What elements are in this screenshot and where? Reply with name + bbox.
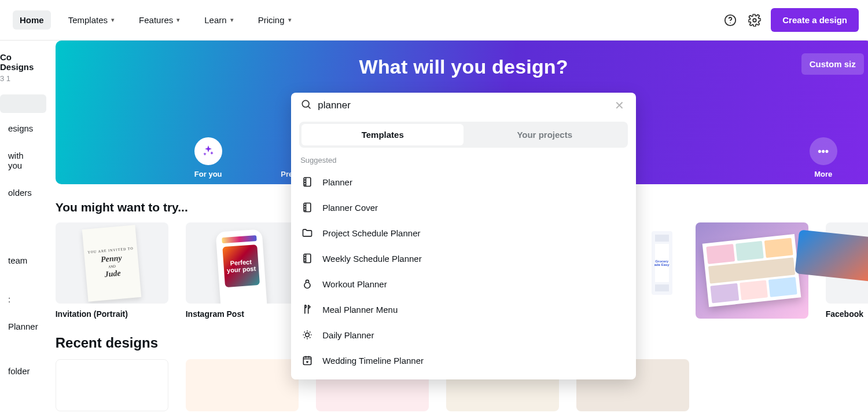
svg-point-3 [303, 100, 310, 107]
suggestion-planner[interactable]: Planner [300, 169, 627, 195]
suggestion-wedding-timeline[interactable]: Wedding Timeline Planner [300, 348, 627, 373]
suggestion-weekly-schedule[interactable]: Weekly Schedule Planner [300, 246, 627, 271]
suggestion-label: Weekly Schedule Planner [322, 254, 422, 264]
suggestion-project-schedule[interactable]: Project Schedule Planner [300, 220, 627, 246]
create-design-button[interactable]: Create a design [771, 8, 859, 32]
hero-title: What will you design? [359, 56, 568, 78]
template-card-infographic[interactable]: Grocery ade Easy [646, 222, 678, 319]
thumb-text: Perfect your post [223, 258, 259, 274]
search-input[interactable] [318, 100, 606, 111]
chevron-down-icon: ▾ [230, 16, 234, 24]
category-for-you[interactable]: For you [194, 137, 222, 178]
template-thumb: Grocery ade Easy [646, 222, 678, 304]
tab-your-projects[interactable]: Your projects [464, 124, 626, 145]
nav-learn-label: Learn [204, 15, 226, 25]
suggested-heading: Suggested [300, 156, 627, 165]
sidebar-item-kit[interactable]: : [0, 287, 46, 311]
thumb-text: Jude [104, 268, 121, 279]
suggestion-label: Planner Cover [322, 203, 378, 213]
suggestion-label: Workout Planner [322, 279, 387, 289]
suggestion-personal-planner[interactable]: Personal Planner [300, 373, 627, 379]
sidebar-item-planner[interactable]: Planner [0, 315, 46, 338]
team-subtext: 3 1 [0, 74, 46, 83]
chevron-down-icon: ▾ [288, 16, 292, 24]
chevron-down-icon: ▾ [176, 16, 180, 24]
calendar-heart-icon [300, 353, 314, 367]
sidebar-item-active[interactable] [0, 94, 46, 113]
suggestion-label: Meal Planner Menu [322, 305, 398, 315]
search-row: ✕ [291, 93, 636, 118]
recent-design-card[interactable] [56, 359, 168, 411]
sun-icon [300, 328, 314, 342]
kettlebell-icon [300, 277, 314, 291]
sidebar-item-folders[interactable]: olders [0, 181, 46, 204]
custom-size-button[interactable]: Custom siz [801, 53, 864, 75]
content-area: What will you design? Custom siz For you… [46, 41, 868, 411]
team-block[interactable]: Co Designs 3 1 [0, 52, 46, 83]
top-navbar: Home Templates ▾ Features ▾ Learn ▾ Pric… [0, 0, 868, 41]
team-name: Co Designs [0, 52, 46, 72]
nav-templates[interactable]: Templates ▾ [61, 10, 122, 30]
suggestion-workout[interactable]: Workout Planner [300, 271, 627, 297]
clear-search-button[interactable]: ✕ [612, 98, 627, 112]
thumb-text: YOU ARE INVITED TO [87, 246, 134, 254]
tab-templates[interactable]: Templates [301, 124, 464, 145]
sidebar-item-team[interactable]: team [0, 249, 46, 272]
nav-left-group: Home Templates ▾ Features ▾ Learn ▾ Pric… [13, 10, 299, 30]
suggestion-planner-cover[interactable]: Planner Cover [300, 195, 627, 220]
planner-icon [300, 175, 314, 189]
chevron-down-icon: ▾ [111, 16, 115, 24]
nav-pricing[interactable]: Pricing ▾ [251, 10, 299, 30]
more-icon: ••• [810, 137, 837, 165]
hero-banner: What will you design? Custom siz For you… [56, 41, 868, 184]
nav-right-group: Create a design [722, 8, 859, 32]
svg-point-7 [304, 283, 310, 288]
svg-point-1 [730, 22, 731, 23]
utensils-icon [300, 302, 314, 316]
nav-features[interactable]: Features ▾ [132, 10, 187, 30]
thumb-text: AND [108, 264, 116, 268]
sidebar-item-designs[interactable]: esigns [0, 116, 46, 140]
template-card-pinterest[interactable]: Pinterest Pin (1000 × 1500) [696, 222, 808, 319]
sidebar-item-shared[interactable]: with you [0, 144, 46, 177]
template-thumb: Perfect your post [186, 222, 299, 304]
template-thumb [696, 222, 808, 319]
thumb-text: Grocery ade Easy [655, 244, 669, 282]
search-dropdown: ✕ Templates Your projects Suggested Plan… [291, 93, 636, 379]
template-card-label: Facebook [826, 309, 868, 319]
person-icon [300, 379, 314, 379]
thumb-text: Penny [101, 253, 123, 264]
category-more[interactable]: ••• More [810, 137, 837, 178]
suggestion-label: Daily Planner [322, 330, 374, 340]
suggestion-label: Project Schedule Planner [322, 228, 420, 238]
planner-icon [300, 251, 314, 265]
svg-rect-9 [304, 357, 311, 364]
recent-design-card[interactable] [186, 359, 299, 411]
template-card-instagram[interactable]: Perfect your post Instagram Post [186, 222, 299, 319]
suggestion-label: Planner [322, 177, 352, 187]
template-thumb: YOU ARE INVITED TO Penny AND Jude [56, 222, 168, 304]
nav-pricing-label: Pricing [258, 15, 285, 25]
svg-point-2 [753, 19, 757, 22]
nav-learn[interactable]: Learn ▾ [197, 10, 240, 30]
template-card-invitation[interactable]: YOU ARE INVITED TO Penny AND Jude Invita… [56, 222, 168, 319]
template-card-label: Instagram Post [186, 309, 299, 319]
svg-point-8 [306, 333, 310, 337]
nav-features-label: Features [139, 15, 173, 25]
template-card-facebook[interactable]: Facebook [826, 222, 868, 319]
search-icon [300, 98, 312, 112]
template-thumb [826, 222, 868, 304]
suggestion-daily-planner[interactable]: Daily Planner [300, 322, 627, 348]
category-more-label: More [814, 170, 832, 178]
suggestion-meal-planner[interactable]: Meal Planner Menu [300, 297, 627, 322]
sidebar: Co Designs 3 1 esigns with you olders te… [0, 41, 46, 411]
gear-icon[interactable] [746, 12, 763, 28]
help-icon[interactable] [722, 12, 738, 28]
nav-templates-label: Templates [68, 15, 108, 25]
search-tab-row: Templates Your projects [299, 122, 628, 148]
sidebar-item-folder[interactable]: folder [0, 359, 46, 383]
suggestions-panel: Suggested Planner Planner Cover [291, 148, 636, 379]
nav-home[interactable]: Home [13, 10, 51, 30]
sparkle-icon [194, 137, 222, 165]
suggestion-label: Wedding Timeline Planner [322, 356, 424, 366]
